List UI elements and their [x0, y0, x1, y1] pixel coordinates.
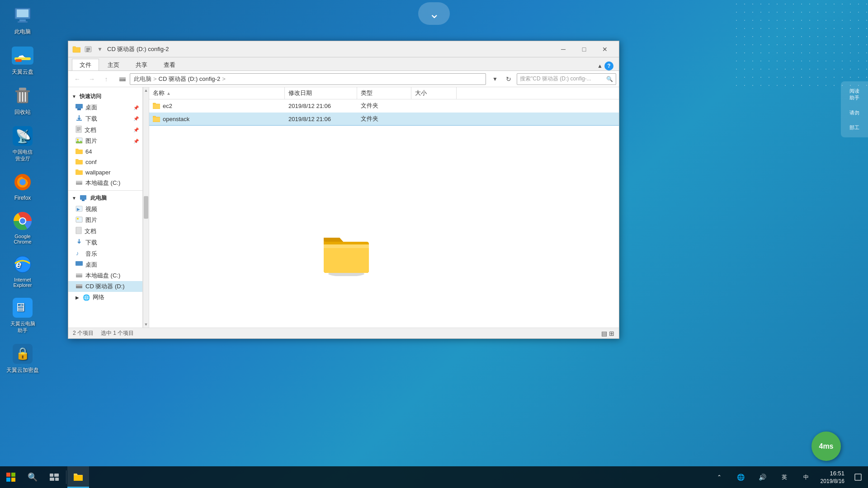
right-panel-item-3[interactable]: 部工	[848, 122, 861, 133]
search-box[interactable]: 搜索"CD 驱动器 (D:) config-... 🔍	[517, 73, 616, 85]
taskbar-app-file-explorer[interactable]	[67, 466, 89, 488]
desktop: ⌄ 此电脑 ☁ 天翼云盘	[0, 0, 868, 488]
sidebar-item-videos[interactable]: ▶ 视频	[68, 204, 142, 215]
minimize-button[interactable]: ─	[553, 42, 574, 56]
taskbar: 🔍 ⌃ 🌐 🔊 英 中 16:51	[0, 466, 868, 488]
search-taskbar-icon: 🔍	[28, 472, 38, 482]
sidebar-item-music-pc[interactable]: ♪ 音乐	[68, 248, 142, 259]
file-type-openstack: 文件夹	[357, 113, 411, 125]
tray-network-icon[interactable]: 🌐	[730, 466, 752, 488]
desktop-icon-tianyiyun3[interactable]: 🔒 天翼云加密盘	[5, 343, 41, 374]
svg-point-21	[20, 218, 25, 224]
sidebar-64-quick-label: 64	[85, 148, 92, 155]
tab-home[interactable]: 主页	[100, 59, 127, 70]
start-button[interactable]	[0, 466, 22, 488]
back-button[interactable]: ←	[71, 73, 84, 85]
address-refresh-btn[interactable]: ↻	[502, 73, 515, 85]
col-header-date[interactable]: 修改日期	[285, 87, 357, 99]
svg-text:🖥: 🖥	[14, 300, 26, 314]
desktop-icon-firefox[interactable]: Firefox	[5, 171, 41, 201]
sidebar-item-network[interactable]: ▶ 🌐 网络	[68, 292, 142, 303]
desktop-icon-tianyiyun2[interactable]: 🖥 天翼云电脑助手	[5, 297, 41, 334]
sidebar-item-drive-c-pc[interactable]: 本地磁盘 (C:)	[68, 270, 142, 281]
tab-view[interactable]: 查看	[156, 59, 183, 70]
path-segment-drive[interactable]: CD 驱动器 (D:) config-2	[159, 75, 221, 83]
close-button[interactable]: ✕	[594, 42, 615, 56]
network-icon: 🌐	[83, 294, 90, 301]
svg-rect-7	[15, 59, 22, 62]
notification-button[interactable]	[848, 466, 868, 488]
desktop-icon-chrome[interactable]: GoogleChrome	[5, 210, 41, 244]
view-large-icon[interactable]: ⊞	[609, 330, 614, 337]
pin-icon-4: 📌	[133, 139, 139, 144]
sidebar-item-download-quick[interactable]: 下载 📌	[68, 113, 142, 124]
svg-point-18	[19, 179, 26, 185]
sidebar-docs-pc-label: 文档	[85, 227, 96, 235]
address-dropdown-btn[interactable]: ▼	[489, 73, 501, 85]
file-name-ec2[interactable]: ec2	[149, 100, 285, 112]
recycle-icon	[12, 85, 33, 107]
desktop-icon-ie[interactable]: e InternetExplorer	[5, 253, 41, 288]
sidebar-item-pics-quick[interactable]: 图片 📌	[68, 136, 142, 146]
drive-d-pc-icon	[75, 283, 83, 291]
sidebar-item-conf-quick[interactable]: conf	[68, 157, 142, 167]
sidebar-item-docs-pc[interactable]: 文档	[68, 225, 142, 237]
col-header-size[interactable]: 大小	[411, 87, 457, 99]
view-details-icon[interactable]: ▤	[601, 330, 607, 337]
sidebar-item-drive-c-quick[interactable]: 本地磁盘 (C:)	[68, 178, 142, 188]
maximize-button[interactable]: □	[574, 42, 594, 56]
tray-language-btn[interactable]: 英	[774, 466, 795, 488]
ie-icon: e	[12, 253, 33, 275]
sidebar-item-drive-d-pc[interactable]: CD 驱动器 (D:)	[68, 281, 142, 292]
svg-rect-36	[77, 108, 81, 110]
sidebar-wallpaper-label: wallpaper	[85, 169, 111, 176]
sidebar-item-desktop-pc[interactable]: 桌面	[68, 259, 142, 270]
svg-text:▶: ▶	[77, 207, 80, 211]
tab-file[interactable]: 文件	[72, 59, 99, 70]
svg-rect-61	[153, 117, 160, 122]
address-path-bar[interactable]: 此电脑 > CD 驱动器 (D:) config-2 >	[130, 73, 486, 85]
search-icon[interactable]: 🔍	[606, 76, 613, 82]
tray-volume-icon[interactable]: 🔊	[752, 466, 774, 488]
tab-share[interactable]: 共享	[128, 59, 155, 70]
sidebar-item-docs-quick[interactable]: 文档 📌	[68, 124, 142, 136]
scroll-arrow-button[interactable]: ⌄	[418, 2, 450, 25]
address-bar: ← → ↑ 此电脑 > CD 驱动器 (D:) config-2 > ▼	[68, 71, 619, 87]
file-name-openstack[interactable]: openstack	[149, 113, 285, 125]
show-hidden-icons-btn[interactable]: ⌃	[708, 466, 730, 488]
tray-input-btn[interactable]: 中	[795, 466, 817, 488]
desktop-icon-tianyiyun[interactable]: ☁ 天翼云盘	[5, 45, 41, 76]
sidebar-drive-c-pc-label: 本地磁盘 (C:)	[85, 272, 120, 280]
task-view-button[interactable]	[43, 466, 65, 488]
title-bar: ▼ CD 驱动器 (D:) config-2 ─ □ ✕	[68, 41, 619, 57]
search-button[interactable]: 🔍	[22, 466, 43, 488]
desktop-icon-chinatelecom[interactable]: 📡 中国电信营业厅	[5, 125, 41, 162]
sidebar-item-wallpaper-quick[interactable]: wallpaper	[68, 167, 142, 178]
file-row-openstack[interactable]: openstack 2019/8/12 21:06 文件夹	[149, 113, 619, 126]
path-sep-1: >	[153, 75, 157, 82]
ribbon-help-btn[interactable]: ?	[604, 61, 613, 70]
col-header-name[interactable]: 名称 ▲	[149, 87, 285, 99]
ribbon-collapse-btn[interactable]: ▲	[597, 63, 603, 69]
clock[interactable]: 16:51 2019/8/16	[817, 469, 848, 485]
sidebar-quick-access-header[interactable]: ▼ 快速访问	[68, 91, 142, 102]
sidebar-scrollbar[interactable]: ▲ ▼	[143, 87, 149, 328]
title-bar-pin-icon: ▼	[95, 45, 104, 54]
desktop-icon-this-pc[interactable]: 此电脑	[5, 5, 41, 36]
forward-button[interactable]: →	[85, 73, 98, 85]
col-header-type[interactable]: 类型	[357, 87, 411, 99]
right-panel-item-2[interactable]: 请勿	[848, 108, 861, 118]
sidebar-this-pc-header[interactable]: ▼ 此电脑	[68, 192, 142, 204]
svg-rect-47	[80, 195, 86, 200]
path-segment-root[interactable]: 此电脑	[134, 75, 151, 83]
sidebar-item-64-quick[interactable]: 64	[68, 146, 142, 157]
svg-point-46	[80, 183, 81, 183]
file-date-ec2: 2019/8/12 21:06	[285, 100, 357, 112]
right-panel-item-1[interactable]: 阅读助手	[848, 86, 861, 103]
sidebar-item-desktop-quick[interactable]: 桌面 📌	[68, 102, 142, 113]
desktop-icon-recycle[interactable]: 回收站	[5, 85, 41, 116]
sidebar-item-pictures-pc[interactable]: 图片	[68, 215, 142, 225]
up-button[interactable]: ↑	[100, 73, 113, 85]
sidebar-item-downloads-pc[interactable]: 下载	[68, 237, 142, 248]
file-row-ec2[interactable]: ec2 2019/8/12 21:06 文件夹	[149, 99, 619, 113]
